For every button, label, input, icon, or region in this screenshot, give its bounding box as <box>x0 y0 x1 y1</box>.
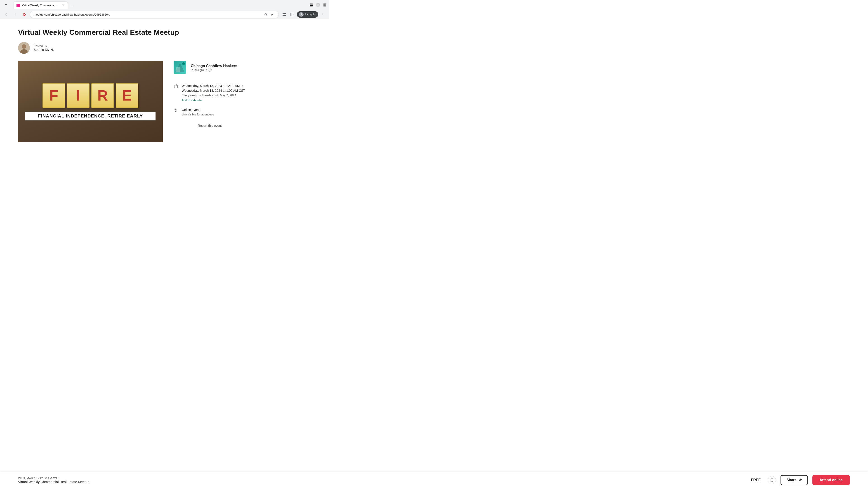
fire-blocks: F I R E <box>42 83 138 108</box>
group-type: Public group ? <box>191 68 246 72</box>
omnibox[interactable]: meetup.com/chicago-cashflow-hackers/even… <box>30 11 279 18</box>
event-type: Online event <box>182 107 246 112</box>
main-layout: F I R E FINANCIAL INDEPENDENCE, RETIRE E… <box>18 61 311 142</box>
link-visibility: Link visible for attendees <box>182 112 246 117</box>
location-content: Online event Link visible for attendees <box>182 107 246 117</box>
svg-rect-6 <box>284 15 286 16</box>
svg-rect-4 <box>284 13 286 14</box>
browser-chrome: Virtual Weekly Commercial Rea... ✕ + — ⬜… <box>0 0 329 19</box>
fire-block-e: E <box>116 83 138 108</box>
minimize-button[interactable]: — <box>310 3 313 6</box>
report-event-link[interactable]: Report this event <box>174 124 246 127</box>
tab-close-button[interactable]: ✕ <box>61 4 65 7</box>
event-details: Wednesday, March 13, 2024 at 12:00 AM to… <box>174 84 246 117</box>
window-controls <box>3 2 10 8</box>
bookmark-star-icon[interactable]: ★ <box>270 12 275 17</box>
sidebar: Chicago Cashflow Hackers Public group ? … <box>174 61 246 142</box>
svg-point-18 <box>176 109 176 110</box>
search-icon[interactable] <box>263 12 269 17</box>
location-icon <box>174 108 178 112</box>
host-avatar <box>18 42 30 54</box>
toolbar-buttons: Incognito ⋮ <box>281 11 327 18</box>
location-row: Online event Link visible for attendees <box>174 107 246 117</box>
extensions-button[interactable] <box>281 11 288 18</box>
datetime-row: Wednesday, March 13, 2024 at 12:00 AM to… <box>174 84 246 102</box>
menu-button[interactable]: ⋮ <box>319 11 327 18</box>
active-tab[interactable]: Virtual Weekly Commercial Rea... ✕ <box>13 1 68 9</box>
group-section[interactable]: Chicago Cashflow Hackers Public group ? <box>174 61 246 74</box>
svg-point-11 <box>22 44 26 49</box>
group-logo <box>174 61 187 74</box>
fire-subtitle: FINANCIAL INDEPENDENCE, RETIRE EARLY <box>25 111 156 121</box>
page-content: Virtual Weekly Commercial Real Estate Me… <box>0 19 329 179</box>
incognito-icon <box>299 12 304 17</box>
fire-block-r: R <box>91 83 114 108</box>
forward-button[interactable] <box>12 11 19 18</box>
svg-rect-5 <box>283 15 284 16</box>
svg-rect-13 <box>176 67 180 72</box>
tab-bar: Virtual Weekly Commercial Rea... ✕ + <box>12 1 77 9</box>
svg-rect-14 <box>174 85 178 88</box>
datetime-content: Wednesday, March 13, 2024 at 12:00 AM to… <box>182 84 246 102</box>
datetime-main: Wednesday, March 13, 2024 at 12:00 AM to… <box>182 84 246 93</box>
host-info: Hosted By Sophie My N. <box>33 44 54 52</box>
tab-title: Virtual Weekly Commercial Rea... <box>22 4 59 7</box>
sidebar-toggle-button[interactable] <box>289 11 296 18</box>
calendar-icon <box>174 84 178 89</box>
group-logo-background <box>174 61 186 74</box>
incognito-button[interactable]: Incognito <box>297 11 318 18</box>
svg-line-2 <box>267 15 268 16</box>
group-info-icon[interactable]: ? <box>208 68 212 72</box>
close-button[interactable]: ✕ <box>323 3 327 6</box>
omnibox-bar: meetup.com/chicago-cashflow-hackers/even… <box>0 10 329 19</box>
svg-point-9 <box>301 13 302 15</box>
title-bar: Virtual Weekly Commercial Rea... ✕ + — ⬜… <box>0 0 329 10</box>
group-name: Chicago Cashflow Hackers <box>191 64 246 68</box>
tab-favicon <box>17 4 20 7</box>
reload-button[interactable] <box>21 11 28 18</box>
back-button[interactable] <box>3 11 10 18</box>
tab-list-button[interactable] <box>3 2 9 8</box>
event-image-container: F I R E FINANCIAL INDEPENDENCE, RETIRE E… <box>18 61 163 142</box>
svg-point-1 <box>265 13 267 15</box>
group-info: Chicago Cashflow Hackers Public group ? <box>191 64 246 72</box>
fire-graphic: F I R E FINANCIAL INDEPENDENCE, RETIRE E… <box>18 61 163 142</box>
omnibox-url: meetup.com/chicago-cashflow-hackers/even… <box>34 13 261 16</box>
incognito-label: Incognito <box>305 13 316 16</box>
event-title: Virtual Weekly Commercial Real Estate Me… <box>18 28 311 37</box>
svg-rect-3 <box>283 13 284 14</box>
fire-block-f: F <box>42 83 65 108</box>
host-section: Hosted By Sophie My N. <box>18 42 311 54</box>
hosted-by-label: Hosted By <box>33 44 54 48</box>
event-image: F I R E FINANCIAL INDEPENDENCE, RETIRE E… <box>18 61 163 142</box>
fire-block-i: I <box>67 83 90 108</box>
new-tab-button[interactable]: + <box>69 3 75 9</box>
recurring-info: Every week on Tuesday until May 7, 2024 <box>182 93 246 98</box>
omnibox-icons: ★ <box>263 12 275 17</box>
host-name: Sophie My N. <box>33 48 54 52</box>
svg-rect-7 <box>291 13 294 16</box>
add-to-calendar-link[interactable]: Add to calendar <box>182 98 202 102</box>
maximize-button[interactable]: ⬜ <box>316 3 320 6</box>
svg-marker-0 <box>5 4 7 5</box>
